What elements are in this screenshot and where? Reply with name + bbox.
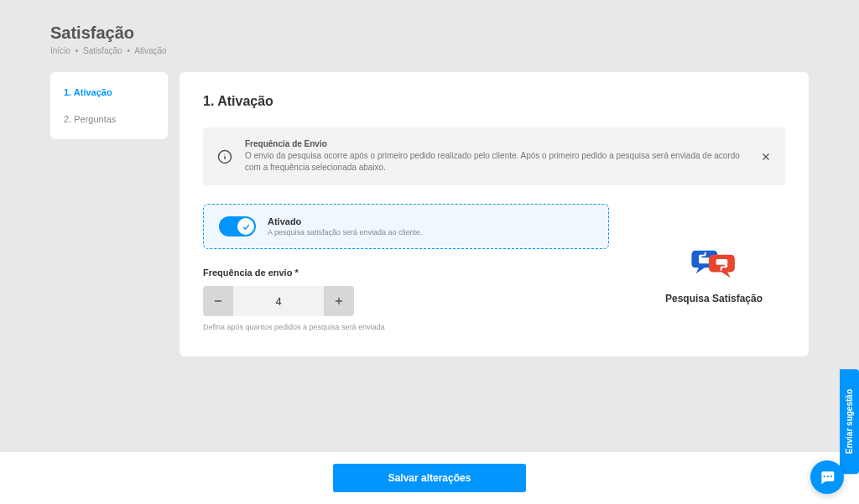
page-header: Satisfação Início • Satisfação • Ativaçã… (50, 23, 809, 55)
svg-point-9 (827, 475, 829, 477)
breadcrumb-separator: • (75, 46, 79, 55)
breadcrumb: Início • Satisfação • Ativação (50, 46, 809, 55)
toggle-text: Ativado A pesquisa satisfação será envia… (268, 216, 423, 236)
footer-bar: Salvar alterações (0, 452, 859, 504)
frequency-label: Frequência de envio * (203, 268, 609, 278)
sidebar-item-label: 1. Ativação (64, 87, 112, 97)
frequency-hint: Defina após quantos pedidos a pesquisa s… (203, 323, 609, 331)
breadcrumb-item-current: Ativação (134, 46, 166, 55)
stepper-value: 4 (233, 286, 324, 316)
toggle-card: Ativado A pesquisa satisfação será envia… (203, 204, 609, 249)
page-title: Satisfação (50, 23, 809, 43)
activation-toggle[interactable] (219, 216, 256, 236)
breadcrumb-separator: • (127, 46, 130, 55)
info-text: Frequência de Envio O envio da pesquisa … (245, 139, 748, 174)
stepper-decrement[interactable] (203, 286, 233, 316)
sidebar-item-perguntas[interactable]: 2. Perguntas (50, 106, 168, 132)
info-title: Frequência de Envio (245, 139, 748, 148)
satisfaction-survey-label: Pesquisa Satisfação (665, 293, 763, 304)
feedback-tab[interactable]: Enviar sugestão (840, 369, 859, 474)
breadcrumb-item-home[interactable]: Início (50, 46, 70, 55)
toggle-desc: A pesquisa satisfação será enviada ao cl… (268, 228, 423, 236)
section-title: 1. Ativação (203, 94, 785, 109)
breadcrumb-item-satisfacao[interactable]: Satisfação (83, 46, 122, 55)
sidebar-item-ativacao[interactable]: 1. Ativação (50, 79, 168, 106)
close-icon[interactable] (760, 151, 772, 163)
main-card: 1. Ativação Frequência de Envio O envio … (180, 72, 809, 356)
sidebar: 1. Ativação 2. Perguntas (50, 72, 168, 139)
sidebar-item-label: 2. Perguntas (64, 114, 116, 124)
toggle-knob (237, 218, 254, 235)
satisfaction-survey-icon (689, 247, 739, 284)
info-icon (216, 148, 233, 165)
toggle-title: Ativado (268, 216, 423, 226)
stepper-increment[interactable] (324, 286, 354, 316)
activation-left: Ativado A pesquisa satisfação será envia… (203, 204, 609, 331)
chat-bubble-button[interactable] (810, 460, 844, 494)
svg-point-8 (824, 475, 825, 477)
info-desc: O envio da pesquisa ocorre após o primei… (245, 150, 748, 174)
frequency-stepper: 4 (203, 286, 354, 316)
save-button[interactable]: Salvar alterações (333, 464, 526, 492)
svg-point-10 (830, 475, 832, 477)
activation-right: Pesquisa Satisfação (643, 204, 785, 331)
info-box: Frequência de Envio O envio da pesquisa … (203, 127, 785, 185)
